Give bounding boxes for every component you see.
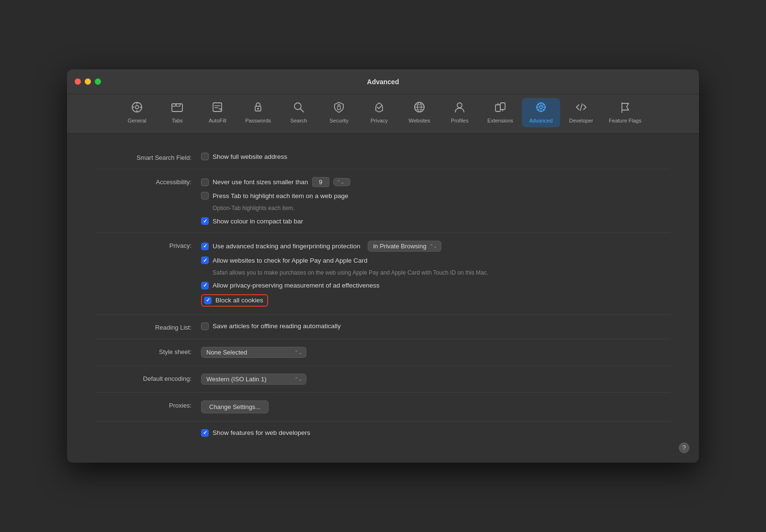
tab-advanced[interactable]: Advanced [522,98,560,127]
toolbar: General Tabs [67,94,699,133]
style-sheet-label: Style sheet: [96,347,201,355]
tab-general-label: General [128,118,146,123]
block-cookies-row: Block all cookies [201,294,670,307]
tab-autofill-label: AutoFill [209,118,226,123]
accessibility-row: Accessibility: Never use font sizes smal… [96,177,670,225]
encoding-controls: Western (ISO Latin 1) ⌃⌄ [201,374,670,385]
ad-measurement-checkbox[interactable] [201,282,209,289]
svg-line-35 [542,104,544,106]
encoding-row: Default encoding: Western (ISO Latin 1) … [96,374,670,385]
general-icon [131,101,143,115]
privacy-icon [373,101,385,115]
search-nav-icon [293,101,305,115]
svg-line-34 [542,109,544,111]
save-articles-row: Save articles for offline reading automa… [201,322,670,330]
tracking-dropdown[interactable]: in Private Browsing ⌃⌄ [368,241,441,252]
show-dev-features-checkbox[interactable] [201,429,209,437]
tab-security[interactable]: Security [320,98,358,127]
style-sheet-row: Style sheet: None Selected ⌃⌄ [96,347,670,358]
profiles-icon [453,101,466,115]
tab-general[interactable]: General [118,98,156,127]
developer-row: Show features for web developers [96,429,670,437]
extensions-icon [494,101,507,115]
tab-extensions[interactable]: Extensions [481,98,520,127]
privacy-controls: Use advanced tracking and fingerprinting… [201,241,670,307]
tab-autofill[interactable]: AutoFill [198,98,237,127]
privacy-label: Privacy: [96,241,201,249]
tracking-row: Use advanced tracking and fingerprinting… [201,241,670,252]
apple-pay-hint: Safari allows you to make purchases on t… [213,269,500,277]
help-button[interactable]: ? [679,443,689,453]
encoding-arrow: ⌃⌄ [294,377,302,382]
content-wrapper: Smart Search Field: Show full website ad… [67,133,699,463]
svg-rect-6 [172,104,182,111]
block-cookies-checkbox[interactable] [204,297,212,304]
tab-tabs[interactable]: Tabs [158,98,196,127]
tab-search[interactable]: Search [280,98,318,127]
accessibility-label: Accessibility: [96,177,201,186]
developer-controls: Show features for web developers [201,429,670,437]
tracking-checkbox[interactable] [201,243,209,250]
divider-3 [96,314,670,315]
apple-pay-label: Allow websites to check for Apple Pay an… [213,257,367,264]
proxies-controls: Change Settings... [201,400,670,413]
tab-extensions-label: Extensions [487,118,513,123]
show-colour-checkbox[interactable] [201,217,209,225]
encoding-dropdown-row: Western (ISO Latin 1) ⌃⌄ [201,374,670,385]
divider-1 [96,169,670,169]
maximize-button[interactable] [95,78,101,85]
ad-measurement-label: Allow privacy-preserving measurement of … [213,282,380,289]
press-tab-row: Press Tab to highlight each item on a we… [201,192,670,200]
websites-icon [413,101,426,115]
svg-point-22 [457,103,462,108]
divider-2 [96,233,670,233]
close-button[interactable] [75,78,81,85]
font-size-field[interactable]: 9 [312,177,329,187]
tab-feature-flags-label: Feature Flags [609,118,642,123]
tab-profiles-label: Profiles [451,118,469,123]
tab-profiles[interactable]: Profiles [440,98,479,127]
font-size-dropdown[interactable]: ⌃⌄ [333,178,350,186]
tab-passwords-label: Passwords [245,118,271,123]
save-articles-checkbox[interactable] [201,322,209,330]
window-title: Advanced [367,78,399,86]
tracking-dropdown-text: in Private Browsing [373,243,426,250]
press-tab-checkbox[interactable] [201,192,209,200]
tab-feature-flags[interactable]: Feature Flags [602,98,648,127]
block-cookies-label: Block all cookies [215,297,263,304]
smart-search-controls: Show full website address [201,153,670,160]
change-settings-button[interactable]: Change Settings... [201,400,269,413]
ad-measurement-row: Allow privacy-preserving measurement of … [201,282,670,289]
svg-rect-9 [213,103,222,111]
encoding-dropdown[interactable]: Western (ISO Latin 1) ⌃⌄ [201,374,306,385]
reading-list-controls: Save articles for offline reading automa… [201,322,670,330]
style-sheet-dropdown[interactable]: None Selected ⌃⌄ [201,347,306,358]
tab-websites[interactable]: Websites [400,98,439,127]
font-size-checkbox[interactable] [201,178,209,186]
show-full-address-label: Show full website address [213,153,287,160]
font-size-label: Never use font sizes smaller than [213,178,308,186]
settings-window: Advanced General [67,69,699,463]
developer-icon [575,101,587,115]
apple-pay-checkbox[interactable] [201,256,209,264]
encoding-value: Western (ISO Latin 1) [206,376,266,383]
tab-developer[interactable]: Developer [562,98,600,127]
svg-point-1 [135,106,139,109]
tab-passwords[interactable]: Passwords [238,98,278,127]
tab-advanced-label: Advanced [529,118,552,123]
divider-6 [96,392,670,393]
tracking-dropdown-arrow: ⌃⌄ [429,244,437,249]
minimize-button[interactable] [85,78,91,85]
feature-flags-icon [619,101,631,115]
tab-websites-label: Websites [409,118,430,123]
accessibility-controls: Never use font sizes smaller than 9 ⌃⌄ P… [201,177,670,225]
show-colour-row: Show colour in compact tab bar [201,217,670,225]
proxies-button-row: Change Settings... [201,400,670,413]
show-full-address-checkbox[interactable] [201,153,209,160]
svg-line-36 [538,109,539,111]
svg-rect-24 [500,103,505,110]
divider-4 [96,339,670,339]
svg-rect-16 [338,106,340,110]
tab-privacy[interactable]: Privacy [360,98,398,127]
show-full-address-row: Show full website address [201,153,670,160]
